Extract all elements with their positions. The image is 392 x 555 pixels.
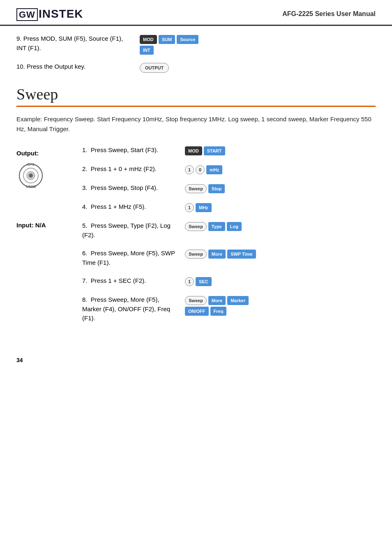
manual-title: AFG-2225 Series User Manual bbox=[282, 10, 376, 18]
sweep-step-1: 1. Press Sweep, Start (F3). MOD START bbox=[82, 146, 376, 155]
num-1-btn[interactable]: 1 bbox=[185, 165, 194, 174]
sweep-btn-6[interactable]: Sweep bbox=[185, 250, 207, 259]
sweep-left-column: Output: CH1 1/50Ω Input: N/A bbox=[16, 146, 82, 332]
step-4-text: 4. Press 1 + MHz (F5). bbox=[82, 202, 177, 212]
sweep-btn-3[interactable]: Sweep bbox=[185, 184, 207, 193]
step-10-buttons: OUTPUT bbox=[140, 62, 169, 73]
freq-btn[interactable]: Freq bbox=[210, 307, 227, 316]
mod-button[interactable]: MOD bbox=[140, 35, 157, 44]
step-6-buttons: Sweep More SWP Time bbox=[185, 249, 256, 259]
step-9-buttons: MOD SUM Source INT bbox=[140, 34, 198, 55]
sweep-description: Example: Frequency Sweep. Start Frequenc… bbox=[16, 114, 376, 134]
step-1-buttons: MOD START bbox=[185, 146, 225, 155]
sweep-heading: Sweep bbox=[16, 85, 376, 103]
output-icon: CH1 1/50Ω bbox=[16, 160, 45, 189]
num-1-btn-4[interactable]: 1 bbox=[185, 203, 194, 212]
page-number: 34 bbox=[16, 357, 392, 363]
more-btn-8[interactable]: More bbox=[208, 296, 226, 305]
step-8-text: 8. Press Sweep, More (F5), Marker (F4), … bbox=[82, 295, 177, 323]
sum-button[interactable]: SUM bbox=[159, 35, 175, 44]
sweep-steps-container: Output: CH1 1/50Ω Input: N/A bbox=[16, 146, 376, 332]
step-9-row: 9. Press MOD, SUM (F5), Source (F1), INT… bbox=[16, 34, 376, 55]
sweep-step-4: 4. Press 1 + MHz (F5). 1 MHz bbox=[82, 202, 376, 212]
more-btn-6[interactable]: More bbox=[208, 250, 226, 259]
sweep-btn-8[interactable]: Sweep bbox=[185, 296, 207, 305]
stop-btn[interactable]: Stop bbox=[208, 184, 225, 193]
step-2-text: 2. Press 1 + 0 + mHz (F2). bbox=[82, 164, 177, 174]
step-3-text: 3. Press Sweep, Stop (F4). bbox=[82, 183, 177, 193]
sec-btn[interactable]: SEC bbox=[196, 277, 212, 286]
on-off-btn[interactable]: ON/OFF bbox=[185, 307, 209, 316]
step-8-buttons: Sweep More Marker ON/OFF Freq bbox=[185, 295, 249, 316]
step-10-text: 10. Press the Output key. bbox=[16, 62, 131, 72]
company-logo: GWINSTEK bbox=[16, 7, 83, 21]
sweep-step-2: 2. Press 1 + 0 + mHz (F2). 1 0 mHz bbox=[82, 164, 376, 174]
step-6-text: 6. Press Sweep, More (F5), SWP Time (F1)… bbox=[82, 249, 177, 267]
num-1-btn-7[interactable]: 1 bbox=[185, 277, 194, 286]
svg-text:1/50Ω: 1/50Ω bbox=[26, 185, 36, 189]
step-7-text: 7. Press 1 + SEC (F2). bbox=[82, 276, 177, 286]
step-3-buttons: Sweep Stop bbox=[185, 183, 225, 193]
sweep-step-8: 8. Press Sweep, More (F5), Marker (F4), … bbox=[82, 295, 376, 323]
step-5-text: 5. Press Sweep, Type (F2), Log (F2). bbox=[82, 221, 177, 240]
sweep-step-3: 3. Press Sweep, Stop (F4). Sweep Stop bbox=[82, 183, 376, 193]
input-label: Input: N/A bbox=[16, 222, 82, 229]
mhz-btn-2[interactable]: mHz bbox=[206, 165, 222, 174]
sweep-step-5: 5. Press Sweep, Type (F2), Log (F2). Swe… bbox=[82, 221, 376, 240]
step-7-buttons: 1 SEC bbox=[185, 276, 212, 286]
sweep-steps-list: 1. Press Sweep, Start (F3). MOD START 2.… bbox=[82, 146, 376, 332]
sweep-divider bbox=[16, 106, 376, 107]
sweep-btn-5[interactable]: Sweep bbox=[185, 222, 207, 231]
step-5-buttons: Sweep Type Log bbox=[185, 221, 242, 231]
step-1-text: 1. Press Sweep, Start (F3). bbox=[82, 146, 177, 155]
mod-btn-1[interactable]: MOD bbox=[185, 146, 202, 155]
page-header: GWINSTEK AFG-2225 Series User Manual bbox=[0, 0, 392, 26]
svg-text:CH1: CH1 bbox=[27, 162, 35, 166]
source-button[interactable]: Source bbox=[177, 35, 198, 44]
marker-btn[interactable]: Marker bbox=[227, 296, 249, 305]
type-btn[interactable]: Type bbox=[208, 222, 225, 231]
output-button[interactable]: OUTPUT bbox=[140, 63, 169, 73]
step-9-text: 9. Press MOD, SUM (F5), Source (F1), INT… bbox=[16, 34, 131, 53]
sweep-step-6: 6. Press Sweep, More (F5), SWP Time (F1)… bbox=[82, 249, 376, 267]
sweep-step-7: 7. Press 1 + SEC (F2). 1 SEC bbox=[82, 276, 376, 286]
step-10-row: 10. Press the Output key. OUTPUT bbox=[16, 62, 376, 73]
num-0-btn[interactable]: 0 bbox=[196, 165, 205, 174]
svg-point-3 bbox=[29, 173, 33, 178]
log-btn[interactable]: Log bbox=[227, 222, 242, 231]
mhz-btn-4[interactable]: MHz bbox=[196, 203, 212, 212]
step-4-buttons: 1 MHz bbox=[185, 202, 212, 212]
int-button[interactable]: INT bbox=[140, 46, 154, 55]
output-label: Output: bbox=[16, 150, 82, 157]
start-btn[interactable]: START bbox=[204, 146, 225, 155]
swp-time-btn[interactable]: SWP Time bbox=[227, 250, 256, 259]
pre-sweep-steps: 9. Press MOD, SUM (F5), Source (F1), INT… bbox=[16, 34, 376, 73]
step-2-buttons: 1 0 mHz bbox=[185, 164, 222, 174]
